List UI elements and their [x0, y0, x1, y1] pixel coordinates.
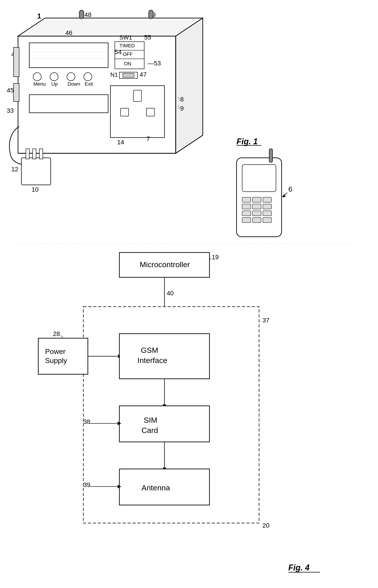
btn-down[interactable]: Down: [68, 81, 80, 87]
ref-14: 14: [117, 139, 124, 146]
svg-rect-47: [242, 211, 251, 216]
svg-point-13: [33, 73, 41, 81]
svg-rect-67: [119, 406, 210, 442]
ref-55: 55: [144, 34, 151, 41]
svg-rect-45: [253, 204, 261, 209]
ref-37: 37: [262, 317, 270, 324]
microcontroller-label: Microcontroller: [140, 260, 190, 269]
svg-point-14: [50, 73, 58, 81]
svg-rect-29: [121, 108, 129, 116]
svg-rect-35: [33, 149, 36, 159]
svg-rect-41: [242, 197, 251, 202]
fig1-label: Fig. 1: [237, 137, 258, 146]
gsm-interface-label2: Interface: [137, 356, 167, 364]
svg-rect-43: [263, 197, 271, 202]
device-ref-1: 1: [37, 12, 41, 20]
ref-8: 8: [180, 96, 184, 103]
svg-rect-49: [263, 211, 271, 216]
ref-6: 6: [288, 185, 292, 193]
ref-9: 9: [180, 105, 184, 112]
sw1-label: SW1: [119, 34, 132, 41]
svg-rect-42: [253, 197, 261, 202]
ref-38: 38: [83, 418, 90, 425]
btn-exit[interactable]: Exit: [85, 81, 93, 87]
ref-39-bottom: 39: [83, 481, 90, 488]
svg-rect-60: [38, 338, 88, 374]
svg-rect-52: [263, 218, 271, 223]
svg-rect-46: [263, 204, 271, 209]
svg-point-15: [67, 73, 75, 81]
svg-rect-8: [14, 47, 19, 77]
power-supply-label: Power: [45, 348, 66, 356]
svg-rect-9: [14, 84, 19, 101]
ref-10: 10: [31, 186, 39, 193]
btn-up[interactable]: Up: [51, 81, 58, 87]
ref-28: 28: [53, 330, 60, 337]
svg-point-16: [84, 73, 92, 81]
svg-marker-54: [282, 194, 286, 197]
ref-53: —53: [148, 60, 161, 67]
switch-timed[interactable]: TIMED: [119, 43, 135, 48]
svg-rect-48: [253, 211, 261, 216]
n1-label: N1: [110, 71, 118, 78]
svg-rect-26: [123, 73, 134, 77]
svg-rect-51: [253, 218, 261, 223]
antenna-label: Antenna: [141, 483, 170, 492]
svg-marker-3: [18, 18, 203, 36]
btn-menu[interactable]: Menu: [33, 81, 46, 87]
svg-rect-50: [242, 218, 251, 223]
ref-54: 54: [115, 48, 122, 56]
ref-19: 19: [212, 254, 219, 261]
power-supply-label2: Supply: [45, 356, 67, 364]
svg-rect-17: [29, 95, 108, 113]
svg-rect-30: [147, 108, 155, 116]
ref-7: 7: [147, 135, 150, 142]
ref-40: 40: [167, 290, 174, 297]
ref-45: 45: [7, 87, 14, 94]
ref-12: 12: [11, 166, 18, 173]
svg-rect-40: [269, 149, 272, 162]
page: { "fig1": { "label": "Fig. 1", "ref_numb…: [0, 0, 378, 588]
ref-48: 48: [84, 11, 92, 18]
sim-card-label2: Card: [141, 426, 158, 434]
svg-rect-10: [29, 43, 108, 68]
fig4-label: Fig. 4: [288, 563, 310, 572]
svg-rect-44: [242, 204, 251, 209]
svg-line-61: [61, 335, 63, 338]
svg-rect-20: [149, 10, 153, 19]
svg-marker-4: [176, 18, 203, 153]
svg-rect-18: [79, 10, 84, 19]
svg-rect-33: [21, 158, 51, 185]
ref-20: 20: [262, 522, 270, 529]
svg-rect-39: [242, 165, 276, 192]
svg-rect-28: [133, 90, 141, 101]
gsm-interface-label: GSM: [141, 346, 158, 354]
ref-47: 47: [140, 71, 147, 78]
ref-33: 33: [7, 107, 14, 114]
sim-card-label: SIM: [144, 416, 157, 424]
ref-46: 46: [65, 29, 72, 36]
svg-rect-36: [40, 149, 43, 159]
svg-rect-34: [26, 149, 29, 159]
switch-off[interactable]: OFF: [123, 51, 133, 57]
switch-on[interactable]: ON: [124, 61, 131, 67]
